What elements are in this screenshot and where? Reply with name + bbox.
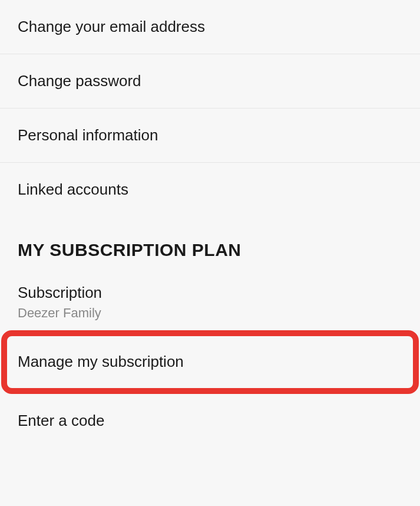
subscription-plan-value: Deezer Family <box>18 305 402 321</box>
enter-code-item[interactable]: Enter a code <box>0 394 420 448</box>
change-password-item[interactable]: Change password <box>0 54 420 109</box>
manage-subscription-wrapper: Manage my subscription <box>2 335 418 389</box>
manage-subscription-item[interactable]: Manage my subscription <box>2 335 418 389</box>
enter-code-label: Enter a code <box>18 412 104 429</box>
linked-accounts-label: Linked accounts <box>18 180 128 198</box>
subscription-header-text: MY SUBSCRIPTION PLAN <box>18 240 241 259</box>
manage-subscription-label: Manage my subscription <box>18 353 184 370</box>
personal-info-label: Personal information <box>18 126 158 144</box>
settings-container: Change your email address Change passwor… <box>0 0 420 448</box>
subscription-plan-item[interactable]: Subscription Deezer Family <box>0 272 420 328</box>
change-password-label: Change password <box>18 72 141 90</box>
subscription-plan-label: Subscription <box>18 284 402 302</box>
change-email-label: Change your email address <box>18 18 205 35</box>
subscription-section-header: MY SUBSCRIPTION PLAN <box>0 216 420 272</box>
personal-info-item[interactable]: Personal information <box>0 109 420 163</box>
linked-accounts-item[interactable]: Linked accounts <box>0 163 420 216</box>
change-email-item[interactable]: Change your email address <box>0 0 420 54</box>
